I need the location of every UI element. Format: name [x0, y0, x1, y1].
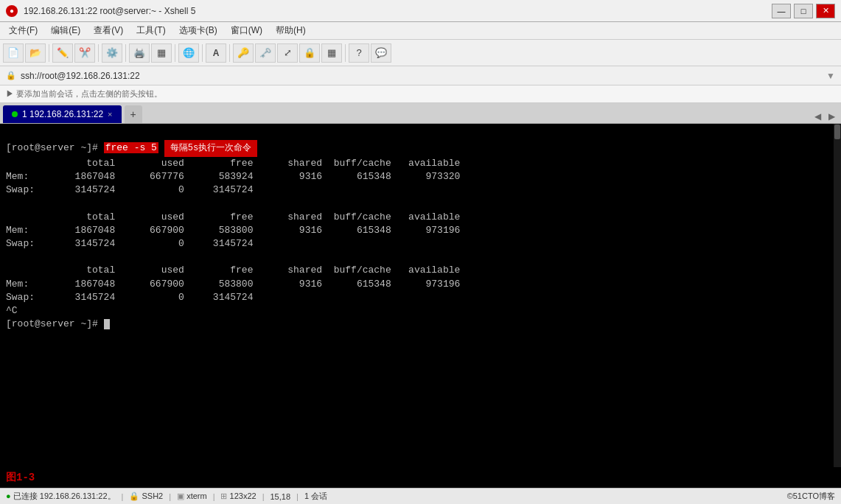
toolbar-sep-3: [125, 44, 126, 62]
tab-prev-button[interactable]: ◀: [812, 110, 824, 123]
close-button[interactable]: ✕: [816, 4, 835, 18]
toolbar-sep-5: [202, 44, 203, 62]
dim-icon: ⊞: [220, 491, 227, 500]
header-line-1: total used free shared buff/cache availa…: [6, 158, 460, 169]
lock-icon: 🔒: [129, 491, 139, 500]
address-text: ssh://root@192.168.26.131:22: [21, 71, 140, 81]
address-bar: 🔒 ssh://root@192.168.26.131:22 ▼: [0, 66, 841, 85]
info-bar: ▶ 要添加当前会话，点击左侧的箭头按钮。: [0, 85, 841, 103]
print2-button[interactable]: ▦: [151, 43, 172, 63]
address-icon: 🔒: [6, 71, 16, 80]
prompt-line-2: [root@server ~]#: [6, 318, 110, 329]
edit-button[interactable]: ✏️: [52, 43, 73, 63]
window-controls: — □ ✕: [772, 4, 835, 18]
open-button[interactable]: 📂: [25, 43, 46, 63]
font-button[interactable]: A: [206, 43, 226, 63]
tab-navigation: ◀ ▶: [812, 110, 838, 123]
protocol-label: 🔒 SSH2: [129, 491, 163, 501]
swap-line-3: Swap: 3145724 0 3145724: [6, 292, 253, 303]
lock-button[interactable]: 🔒: [299, 43, 320, 63]
vertical-scrollbar[interactable]: [834, 124, 841, 467]
tab-dot: [12, 111, 18, 117]
title-bar: ● 192.168.26.131:22 root@server:~ - Xshe…: [0, 0, 841, 22]
menu-view[interactable]: 查看(V): [88, 23, 129, 38]
mem-line-3: Mem: 1867048 667900 583800 9316 615348 9…: [6, 279, 460, 290]
figure-label: 图1-3: [0, 467, 841, 488]
prompt-line-1: [root@server ~]# free -s 5每隔5s执行一次命令: [6, 142, 257, 153]
annotation-box: 每隔5s执行一次命令: [164, 140, 257, 157]
terminal[interactable]: [root@server ~]# free -s 5每隔5s执行一次命令 tot…: [0, 124, 841, 467]
globe-button[interactable]: 🌐: [178, 43, 199, 63]
dimensions: ⊞ 123x22: [220, 491, 256, 501]
swap-line-2: Swap: 3145724 0 3145724: [6, 238, 253, 249]
bottom-info-bar: ● 已连接 192.168.26.131:22。 | 🔒 SSH2 | ▣ xt…: [0, 488, 841, 504]
terminal-wrapper: [root@server ~]# free -s 5每隔5s执行一次命令 tot…: [0, 124, 841, 504]
terminal-content: [root@server ~]# free -s 5每隔5s执行一次命令 tot…: [6, 127, 835, 345]
status-indicator: ●: [6, 491, 11, 500]
menu-tabs[interactable]: 选项卡(B): [173, 23, 223, 38]
toolbar: 📄 📂 ✏️ ✂️ ⚙️ 🖨️ ▦ 🌐 A 🔑 🗝️ ⤢ 🔒 ▦ ? 💬: [0, 40, 841, 66]
cursor: [104, 319, 110, 329]
resize-button[interactable]: ⤢: [277, 43, 298, 63]
address-dropdown[interactable]: ▼: [826, 71, 835, 81]
header-line-2: total used free shared buff/cache availa…: [6, 211, 460, 223]
grid-button[interactable]: ▦: [321, 43, 342, 63]
vendor: ©51CTO博客: [787, 491, 835, 502]
connection-status: ● 已连接 192.168.26.131:22。: [6, 491, 116, 502]
toolbar-sep-4: [175, 44, 175, 62]
ctrl-c-line: ^C: [6, 305, 18, 316]
maximize-button[interactable]: □: [794, 4, 813, 18]
app-window: ● 192.168.26.131:22 root@server:~ - Xshe…: [0, 0, 841, 504]
settings-button[interactable]: ⚙️: [102, 43, 122, 63]
window-title: 192.168.26.131:22 root@server:~ - Xshell…: [24, 6, 766, 16]
info-text: ▶ 要添加当前会话，点击左侧的箭头按钮。: [6, 88, 162, 99]
menu-window[interactable]: 窗口(W): [225, 23, 268, 38]
mem-line-1: Mem: 1867048 667776 583924 9316 615348 9…: [6, 171, 460, 182]
menu-edit[interactable]: 编辑(E): [45, 23, 86, 38]
mem-line-2: Mem: 1867048 667900 583800 9316 615348 9…: [6, 225, 460, 236]
menu-tools[interactable]: 工具(T): [130, 23, 171, 38]
active-tab[interactable]: 1 192.168.26.131:22 ×: [3, 105, 122, 123]
terminal-body[interactable]: [root@server ~]# free -s 5每隔5s执行一次命令 tot…: [0, 124, 841, 488]
print-button[interactable]: 🖨️: [129, 43, 150, 63]
key1-button[interactable]: 🔑: [233, 43, 254, 63]
tab-close-button[interactable]: ×: [108, 110, 112, 119]
menu-file[interactable]: 文件(F): [3, 23, 43, 38]
help-button[interactable]: ?: [349, 43, 369, 63]
toolbar-sep-1: [49, 44, 49, 62]
toolbar-sep-6: [229, 44, 230, 62]
toolbar-sep-2: [98, 44, 99, 62]
terminal-icon: ▣: [177, 491, 184, 500]
command-highlight: free -s 5: [104, 142, 158, 153]
swap-line-1: Swap: 3145724 0 3145724: [6, 184, 253, 195]
position: 15,18: [271, 492, 291, 501]
new-tab-plus-button[interactable]: +: [125, 105, 142, 123]
scrollbar-thumb[interactable]: [834, 125, 840, 139]
key2-button[interactable]: 🗝️: [255, 43, 276, 63]
menu-bar: 文件(F) 编辑(E) 查看(V) 工具(T) 选项卡(B) 窗口(W) 帮助(…: [0, 22, 841, 40]
app-icon: ●: [6, 5, 18, 17]
menu-help[interactable]: 帮助(H): [270, 23, 312, 38]
sessions: 1 会话: [304, 491, 327, 502]
new-tab-button[interactable]: 📄: [3, 43, 24, 63]
terminal-type: ▣ xterm: [177, 491, 207, 501]
tab-label: 1 192.168.26.131:22: [22, 109, 103, 119]
tab-next-button[interactable]: ▶: [826, 110, 838, 123]
toolbar-sep-7: [345, 44, 346, 62]
minimize-button[interactable]: —: [772, 4, 791, 18]
header-line-3: total used free shared buff/cache availa…: [6, 265, 460, 276]
cut-button[interactable]: ✂️: [74, 43, 95, 63]
chat-button[interactable]: 💬: [371, 43, 391, 63]
tab-bar: 1 192.168.26.131:22 × + ◀ ▶: [0, 103, 841, 124]
